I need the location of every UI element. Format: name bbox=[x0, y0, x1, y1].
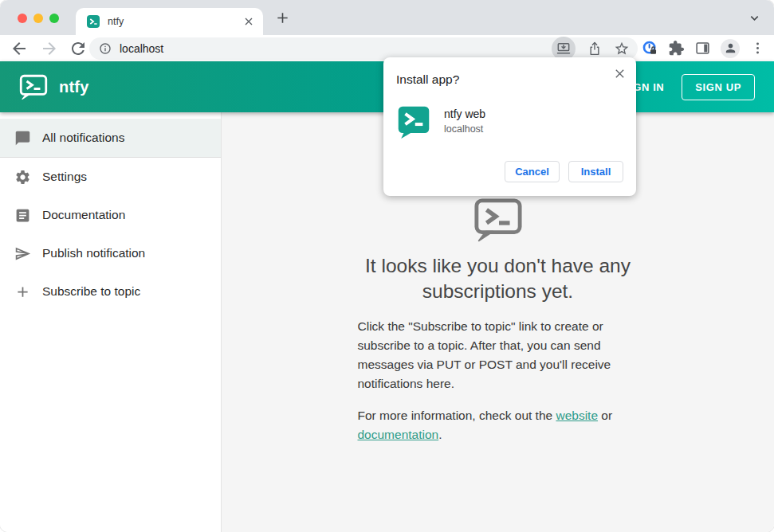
install-button[interactable]: Install bbox=[568, 161, 623, 182]
sidebar-item-all-notifications[interactable]: All notifications bbox=[0, 119, 221, 157]
gear-icon bbox=[14, 169, 31, 186]
dialog-app-origin: localhost bbox=[444, 122, 485, 136]
url-text[interactable]: localhost bbox=[120, 42, 548, 55]
sign-up-button[interactable]: SIGN UP bbox=[682, 74, 755, 100]
brand-title: ntfy bbox=[59, 78, 88, 96]
reload-icon[interactable] bbox=[69, 39, 88, 58]
ntfy-app-icon bbox=[397, 105, 430, 140]
more-info-suffix: . bbox=[438, 428, 442, 441]
tab-title: ntfy bbox=[108, 16, 242, 27]
extensions-puzzle-icon[interactable] bbox=[668, 40, 685, 57]
tab-strip: ntfy bbox=[0, 0, 774, 35]
install-app-button[interactable] bbox=[552, 37, 576, 61]
sidebar-item-subscribe-to-topic[interactable]: Subscribe to topic bbox=[0, 272, 221, 311]
install-app-icon bbox=[556, 41, 572, 57]
forward-icon[interactable] bbox=[40, 39, 59, 58]
website-link[interactable]: website bbox=[556, 409, 598, 422]
tab-close-icon[interactable] bbox=[242, 15, 255, 28]
browser-window: ntfy localhost bbox=[0, 0, 774, 532]
profile-avatar[interactable] bbox=[721, 39, 740, 58]
site-info-icon[interactable] bbox=[99, 42, 112, 55]
back-icon[interactable] bbox=[10, 39, 29, 58]
sidebar-item-label: Publish notification bbox=[42, 246, 145, 260]
send-icon bbox=[14, 245, 31, 262]
window-controls bbox=[18, 14, 59, 23]
article-icon bbox=[14, 207, 31, 224]
side-panel-icon[interactable] bbox=[694, 40, 711, 57]
sidebar-item-label: Settings bbox=[42, 170, 87, 184]
dialog-buttons: Cancel Install bbox=[505, 161, 623, 182]
browser-tab[interactable]: ntfy bbox=[76, 8, 263, 35]
sidebar-item-label: Documentation bbox=[42, 208, 125, 222]
sidebar-item-label: All notifications bbox=[42, 131, 124, 145]
ntfy-favicon-icon bbox=[87, 15, 100, 28]
install-app-dialog: Install app? ntfy web localhost Cancel I… bbox=[383, 57, 636, 196]
ntfy-empty-state-logo-icon bbox=[473, 198, 523, 243]
minimize-window-button[interactable] bbox=[33, 14, 43, 23]
toolbar-right bbox=[642, 35, 766, 61]
dialog-app-meta: ntfy web localhost bbox=[444, 105, 485, 140]
more-info-prefix: For more information, check out the bbox=[358, 409, 556, 422]
sidebar-item-documentation[interactable]: Documentation bbox=[0, 196, 221, 234]
chat-icon bbox=[14, 130, 31, 147]
cancel-button[interactable]: Cancel bbox=[505, 161, 560, 182]
ntfy-logo-icon bbox=[19, 74, 48, 100]
bookmark-star-icon[interactable] bbox=[614, 41, 630, 57]
empty-state-more-info: For more information, check out the webs… bbox=[358, 406, 638, 444]
tab-search-chevron-icon[interactable] bbox=[748, 12, 760, 24]
sidebar-item-label: Subscribe to topic bbox=[42, 284, 140, 299]
dialog-app-row: ntfy web localhost bbox=[396, 105, 623, 140]
more-info-or: or bbox=[598, 409, 612, 422]
empty-state-heading: It looks like you don't have any subscri… bbox=[323, 253, 674, 304]
dialog-app-name: ntfy web bbox=[444, 107, 485, 122]
dialog-close-icon[interactable] bbox=[614, 68, 626, 80]
dialog-title: Install app? bbox=[396, 72, 623, 88]
address-bar[interactable]: localhost bbox=[89, 37, 638, 60]
new-tab-button[interactable] bbox=[275, 10, 290, 25]
empty-state-paragraph: Click the "Subscribe to topic" link to c… bbox=[358, 317, 638, 393]
sidebar-item-settings[interactable]: Settings bbox=[0, 158, 221, 196]
zoom-window-button[interactable] bbox=[49, 14, 59, 23]
browser-menu-kebab-icon[interactable] bbox=[749, 40, 766, 57]
share-icon[interactable] bbox=[587, 41, 603, 57]
sidebar: All notifications Settings Documentation bbox=[0, 112, 222, 532]
documentation-link[interactable]: documentation bbox=[358, 428, 439, 441]
plus-icon bbox=[14, 284, 31, 300]
close-window-button[interactable] bbox=[18, 14, 27, 23]
sidebar-item-publish-notification[interactable]: Publish notification bbox=[0, 234, 221, 272]
privacy-extension-lock-icon[interactable] bbox=[642, 40, 658, 57]
